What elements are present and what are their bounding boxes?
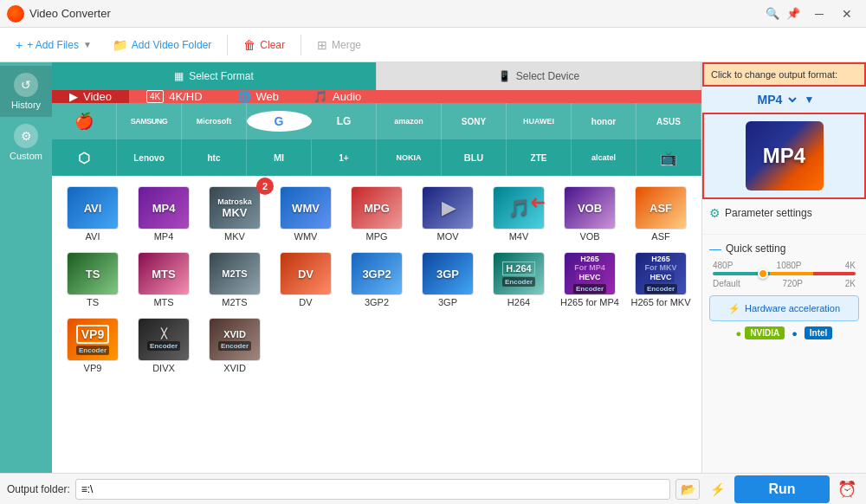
quick-setting-label: — Quick setting [709, 242, 859, 255]
m4v-label: M4V [509, 231, 529, 242]
3gp-label: 3GP [438, 297, 457, 307]
brand-honor[interactable]: honor [572, 103, 637, 139]
format-item-h264[interactable]: H.264 Encoder H264 [485, 249, 553, 311]
brand-asus[interactable]: ASUS [637, 103, 701, 139]
wmv-label: WMV [294, 231, 318, 242]
brand-zte[interactable]: ZTE [507, 139, 572, 176]
merge-label: Merge [332, 39, 361, 51]
browse-folder-button[interactable]: 📂 [675, 479, 700, 500]
format-item-m2ts[interactable]: M2TS M2TS [201, 249, 268, 311]
brand-tv[interactable]: 📺 [637, 139, 701, 176]
brand-google[interactable]: G [247, 111, 312, 132]
mp4-thumb: MP4 [138, 186, 190, 229]
format-item-xvid[interactable]: XVID Encoder XVID [201, 314, 268, 377]
settings-icon: ⚙ [709, 206, 721, 220]
brand-sony[interactable]: SONY [442, 103, 507, 139]
subtab-web[interactable]: 🌐 Web [220, 90, 297, 103]
brand-samsung[interactable]: SAMSUNG [117, 103, 182, 139]
format-item-dv[interactable]: DV DV [272, 249, 339, 311]
format-item-asf[interactable]: ASF ASF [627, 183, 695, 245]
brand-microsoft[interactable]: Microsoft [182, 103, 247, 139]
video-icon: ▶ [69, 90, 78, 103]
subtab-audio[interactable]: 🎵 Audio [296, 90, 378, 103]
sidebar-item-custom[interactable]: ⚙ Custom [0, 117, 52, 168]
3gp2-thumb: 3GP2 [351, 252, 403, 295]
history-label: History [11, 100, 41, 110]
subtab-video[interactable]: ▶ Video [52, 90, 129, 103]
brand-amazon[interactable]: amazon [377, 103, 442, 139]
quick-setting-icon: — [709, 242, 721, 255]
hardware-acceleration-button[interactable]: ⚡ Hardware acceleration [709, 295, 859, 321]
search-button[interactable]: 🔍 [766, 7, 779, 20]
divx-thumb: ╳ Encoder [138, 318, 190, 361]
close-button[interactable]: ✕ [835, 3, 859, 24]
add-folder-button[interactable]: 📁 Add Video Folder [104, 32, 221, 58]
bottom-bar: Output folder: 📂 ⚡ Run ⏰ [0, 473, 866, 504]
avi-label: AVI [86, 231, 100, 242]
brand-motorola[interactable]: ⬡ [52, 139, 117, 176]
format-item-h265mp4[interactable]: H265 For MP4 HEVC Encoder H265 for MP4 [556, 249, 624, 311]
tab-select-device[interactable]: 📱 Select Device [377, 62, 701, 90]
quality-slider[interactable]: 480P 1080P 4K Default 720P 2K [709, 261, 859, 288]
clear-button[interactable]: 🗑 Clear [235, 32, 294, 58]
brand-nokia[interactable]: NOKIA [377, 139, 442, 176]
select-format-label: Select Format [189, 70, 254, 82]
format-item-h265mkv[interactable]: H265 For MKV HEVC Encoder H265 for MKV [627, 249, 695, 311]
brand-htc[interactable]: htc [182, 139, 247, 176]
brand-apple[interactable]: 🍎 [52, 103, 117, 139]
web-icon: 🌐 [237, 90, 251, 103]
preview-button[interactable]: ⚡ [705, 479, 729, 500]
format-item-3gp[interactable]: 3GP 3GP [414, 249, 481, 311]
parameter-settings-section: ⚙ Parameter settings [702, 199, 866, 234]
brand-blu[interactable]: BLU [442, 139, 507, 176]
quality-thumb [758, 268, 768, 279]
brand-huawei[interactable]: HUAWEI [507, 103, 572, 139]
720p-label: 720P [783, 279, 803, 288]
asf-label: ASF [651, 231, 669, 242]
brand-lenovo[interactable]: Lenovo [117, 139, 182, 176]
custom-icon: ⚙ [14, 124, 38, 148]
brand-oneplus[interactable]: 1+ [312, 139, 377, 176]
brand-lg[interactable]: LG [312, 103, 377, 139]
output-folder-label: Output folder: [7, 483, 70, 495]
h265mkv-thumb: H265 For MKV HEVC Encoder [635, 252, 687, 295]
alarm-button[interactable]: ⏰ [835, 477, 859, 501]
brand-alcatel[interactable]: alcatel [572, 139, 637, 176]
3gp2-label: 3GP2 [365, 297, 389, 307]
2k-label: 2K [845, 279, 856, 288]
toolbar: + + Add Files ▼ 📁 Add Video Folder 🗑 Cle… [0, 28, 866, 62]
format-item-mp4[interactable]: MP4 MP4 [130, 183, 197, 245]
minimize-button[interactable]: ─ [807, 3, 831, 24]
format-item-avi[interactable]: AVI AVI [59, 183, 126, 245]
format-item-vob[interactable]: VOB VOB [556, 183, 624, 245]
default-label: Default [713, 279, 740, 288]
output-format-select[interactable]: MP4 MKV AVI MOV [754, 92, 799, 107]
ts-thumb: TS [67, 252, 119, 295]
format-item-3gp2[interactable]: 3GP2 3GP2 [343, 249, 410, 311]
add-files-button[interactable]: + + Add Files ▼ [7, 32, 100, 58]
merge-button[interactable]: ⊞ Merge [308, 32, 370, 58]
format-item-vp9[interactable]: VP9 Encoder VP9 [59, 314, 126, 377]
xvid-label: XVID [223, 363, 246, 373]
audio-label: Audio [333, 90, 361, 103]
run-button[interactable]: Run [734, 475, 830, 503]
quick-setting-section: — Quick setting 480P 1080P 4K Default 72… [702, 234, 866, 346]
mp4-label: MP4 [154, 231, 174, 242]
gpu-badges: ● NVIDIA ● Intel [709, 326, 859, 339]
pin-button[interactable]: 📌 [786, 7, 800, 20]
tab-select-format[interactable]: ▦ Select Format [52, 62, 377, 90]
subtab-4khd[interactable]: 4K 4K/HD [129, 90, 220, 103]
format-item-ts[interactable]: TS TS [59, 249, 126, 311]
output-format-preview: MP4 [702, 113, 866, 199]
brand-mi[interactable]: MI [247, 139, 312, 176]
format-item-divx[interactable]: ╳ Encoder DIVX [130, 314, 197, 377]
format-item-mts[interactable]: MTS MTS [130, 249, 197, 311]
divx-label: DIVX [152, 363, 175, 373]
sidebar-item-history[interactable]: ↺ History [0, 66, 52, 117]
asf-thumb: ASF [635, 186, 687, 229]
m2ts-thumb: M2TS [209, 252, 261, 295]
output-folder-input[interactable] [75, 479, 670, 500]
custom-label: Custom [10, 151, 42, 161]
select-device-label: Select Device [516, 70, 579, 82]
parameter-settings-label[interactable]: ⚙ Parameter settings [709, 206, 859, 220]
